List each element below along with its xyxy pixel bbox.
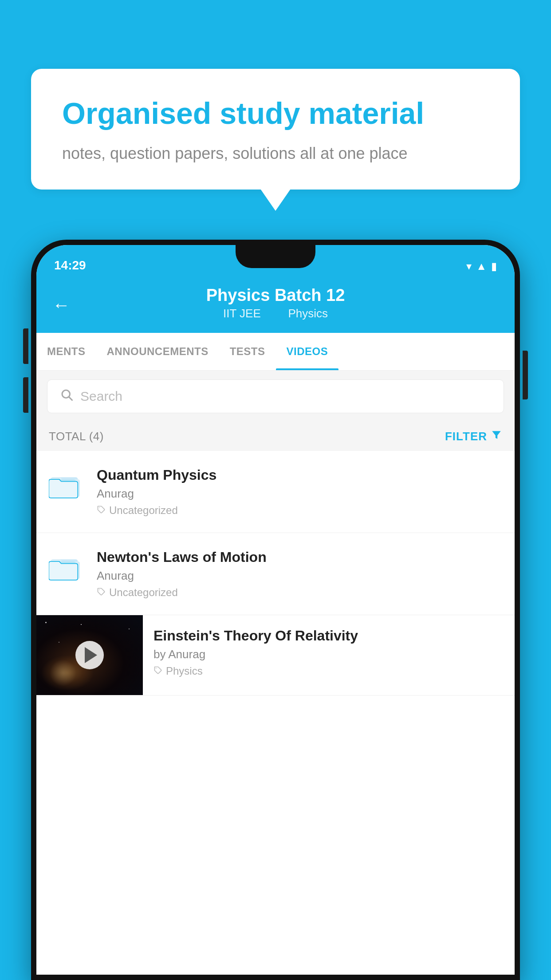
vol-down-button (23, 377, 28, 413)
filter-bar: TOTAL (4) FILTER (36, 422, 515, 451)
item-content: Quantum Physics Anurag Uncategorized (97, 467, 502, 517)
header-subtitle-sep (273, 307, 279, 320)
item-content: Newton's Laws of Motion Anurag Uncategor… (97, 549, 502, 599)
battery-icon: ▮ (491, 260, 497, 273)
header-title: Physics Batch 12 (54, 286, 497, 305)
item-author: by Anurag (153, 648, 504, 661)
play-button[interactable] (75, 641, 104, 669)
phone-notch (236, 245, 315, 268)
tab-videos[interactable]: VIDEOS (276, 333, 339, 370)
search-bar[interactable]: Search (47, 379, 504, 413)
tag-text: Physics (166, 665, 203, 677)
item-content: Einstein's Theory Of Relativity by Anura… (143, 615, 515, 690)
tab-tests[interactable]: TESTS (219, 333, 276, 370)
header-subtitle-physics: Physics (288, 307, 328, 320)
total-count: TOTAL (4) (49, 430, 104, 443)
filter-button[interactable]: FILTER (445, 429, 502, 444)
filter-funnel-icon (491, 429, 502, 444)
tag-icon (97, 586, 106, 599)
header-subtitle: IIT JEE Physics (54, 307, 497, 320)
thumb-bg (36, 615, 143, 695)
item-title: Newton's Laws of Motion (97, 549, 502, 565)
item-author: Anurag (97, 487, 502, 501)
svg-line-1 (69, 397, 72, 400)
tag-text: Uncategorized (109, 504, 178, 517)
folder-icon (49, 469, 84, 502)
speech-bubble: Organised study material notes, question… (31, 69, 520, 190)
header-subtitle-iitjee: IIT JEE (223, 307, 261, 320)
wifi-icon: ▾ (466, 260, 472, 273)
list-item[interactable]: Quantum Physics Anurag Uncategorized (36, 451, 515, 533)
back-arrow-icon[interactable]: ← (52, 295, 70, 315)
item-title: Einstein's Theory Of Relativity (153, 628, 504, 644)
signal-icon: ▲ (476, 260, 487, 273)
status-icons: ▾ ▲ ▮ (466, 260, 497, 273)
video-list: Quantum Physics Anurag Uncategorized (36, 451, 515, 695)
item-author: Anurag (97, 569, 502, 583)
app-header: ← Physics Batch 12 IIT JEE Physics (36, 277, 515, 333)
tag-text: Uncategorized (109, 586, 178, 599)
tab-announcements[interactable]: ANNOUNCEMENTS (96, 333, 219, 370)
list-item[interactable]: Einstein's Theory Of Relativity by Anura… (36, 615, 515, 695)
phone-screen: 14:29 ▾ ▲ ▮ ← Physics Batch 12 IIT JEE P… (36, 245, 515, 975)
vol-up-button (23, 328, 28, 364)
folder-icon (49, 551, 84, 584)
status-time: 14:29 (54, 258, 86, 273)
item-title: Quantum Physics (97, 467, 502, 483)
item-tag: Physics (153, 665, 504, 677)
search-icon (60, 388, 73, 405)
bubble-title: Organised study material (62, 95, 489, 132)
search-container: Search (36, 371, 515, 422)
tab-ments[interactable]: MENTS (36, 333, 96, 370)
list-item[interactable]: Newton's Laws of Motion Anurag Uncategor… (36, 533, 515, 615)
video-thumbnail (36, 615, 143, 695)
tag-icon (153, 665, 162, 677)
filter-label: FILTER (445, 430, 487, 443)
search-input[interactable]: Search (80, 389, 122, 404)
tabs-bar: MENTS ANNOUNCEMENTS TESTS VIDEOS (36, 333, 515, 371)
bubble-subtitle: notes, question papers, solutions all at… (62, 144, 489, 163)
item-tag: Uncategorized (97, 504, 502, 517)
tag-icon (97, 504, 106, 517)
power-button (523, 351, 528, 399)
phone-frame: 14:29 ▾ ▲ ▮ ← Physics Batch 12 IIT JEE P… (31, 240, 520, 980)
item-tag: Uncategorized (97, 586, 502, 599)
